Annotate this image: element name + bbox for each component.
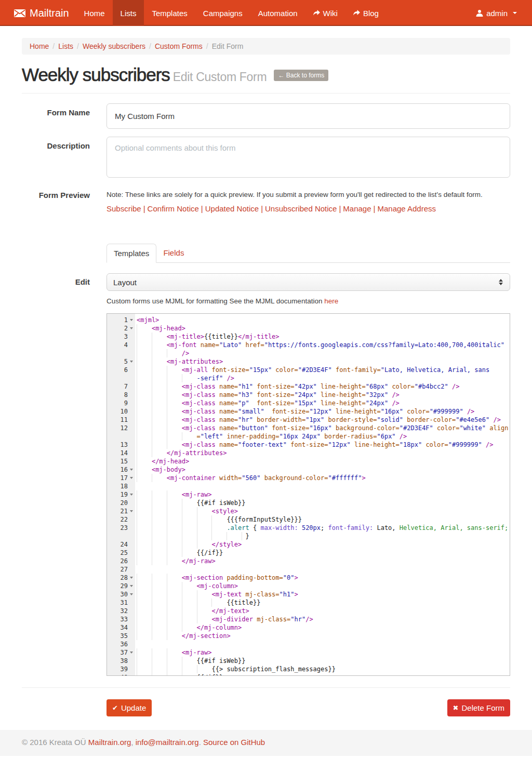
preview-link-subscribe[interactable]: Subscribe [107,204,141,213]
check-icon: ✔ [112,704,118,712]
edit-select[interactable]: Layout [107,273,510,291]
editor-line: /> [107,349,510,357]
divider [22,93,510,94]
page-subtitle: Edit Custom Form [173,70,267,84]
form-name-input[interactable] [107,103,510,129]
preview-link-updated-notice[interactable]: Updated Notice [205,204,259,213]
breadcrumb-home[interactable]: Home [30,42,49,50]
description-textarea[interactable] [107,137,510,178]
back-arrow-icon: ← [278,72,286,79]
mjml-doc-link[interactable]: here [324,297,338,305]
nav-item-lists[interactable]: Lists [113,0,144,26]
footer: © 2016 Kreata OÜ Mailtrain.org, info@mai… [0,730,532,756]
tab-fields[interactable]: Fields [156,244,191,263]
editor-line: 34 </mj-column> [107,623,510,632]
brand[interactable]: Mailtrain [14,0,76,26]
editor-line: 5 <mj-attributes> [107,357,510,366]
nav-item-templates[interactable]: Templates [144,0,195,26]
description-label: Description [22,137,90,179]
editor-line: 16 <mj-body> [107,466,510,474]
nav-item-home[interactable]: Home [76,0,113,26]
code-editor[interactable]: 1<mjml>2 <mj-head>3 <mj-title>{{title}}<… [107,313,510,676]
nav-item-blog[interactable]: Blog [345,0,387,26]
editor-line: 40 {{/if}} [107,673,510,676]
editor-line: 6 <mj-all font-size="15px" color="#2D3E4… [107,366,510,374]
editor-line: 36 [107,640,510,648]
share-arrow-icon [313,10,320,16]
editor-line: 20 {{#if isWeb}} [107,499,510,507]
back-to-forms-button[interactable]: ← Back to forms [274,70,328,81]
tab-templates[interactable]: Templates [107,244,156,263]
footer-link-email[interactable]: info@mailtrain.org [136,738,199,747]
editor-line: 35 </mj-section> [107,632,510,640]
delete-form-button[interactable]: ✖Delete Form [447,699,510,716]
footer-copyright: © 2016 Kreata OÜ [22,738,86,747]
edit-select-value: Layout [113,278,137,287]
user-label: admin [486,9,508,18]
form-preview-label: Form Preview [22,187,90,213]
editor-line: 1<mjml> [107,316,510,324]
editor-line: 25 {{/if}} [107,549,510,557]
preview-link-unsubscribed-notice[interactable]: Unsubscribed Notice [265,204,337,213]
editor-line: 18 [107,482,510,490]
editor-line: 11 <mj-class name="hr" border-width="1px… [107,416,510,424]
caret-down-icon [513,12,517,14]
breadcrumb-lists[interactable]: Lists [58,42,73,50]
preview-link-confirm-notice[interactable]: Confirm Notice [148,204,199,213]
editor-line: 13 <mj-class name="footer-text" font-siz… [107,441,510,449]
mjml-help: Custom forms use MJML for formatting See… [107,297,510,305]
editor-line: 3 <mj-title>{{title}}</mj-title> [107,333,510,341]
editor-line: 22 {{{formInputStyle}}} [107,515,510,524]
editor-line: 15 </mj-head> [107,457,510,466]
editor-line: 19 <mj-raw> [107,490,510,499]
editor-line: 27 [107,565,510,574]
preview-link-manage[interactable]: Manage [343,204,371,213]
breadcrumb-weekly-subscribers[interactable]: Weekly subscribers [83,42,145,50]
editor-line: 12 <mj-class name="button" font-size="16… [107,424,510,432]
editor-line: 26 </mj-raw> [107,557,510,565]
editor-line: 32 </mj-text> [107,607,510,615]
editor-line: 24 </style> [107,540,510,549]
editor-line: 31 {{title}} [107,599,510,607]
editor-line: 23 .alert { max-width: 520px; font-famil… [107,524,510,532]
nav-items: HomeListsTemplatesCampaignsAutomationWik… [76,0,475,26]
editor-line: 8 <mj-class name="h3" font-size="24px" l… [107,391,510,399]
envelope-icon [14,9,25,17]
page-title: Weekly subscribersEdit Custom Form [22,64,267,85]
footer-link-github[interactable]: Source on GitHub [203,738,265,747]
preview-note: Note: These links are solely for a quick… [107,191,510,199]
select-arrows-icon [499,279,503,285]
editor-line: } [107,532,510,540]
nav-item-campaigns[interactable]: Campaigns [195,0,250,26]
editor-line: 38 {{#if isWeb}} [107,657,510,665]
user-icon [476,9,483,17]
breadcrumb: Home/Lists/Weekly subscribers/Custom For… [22,38,510,55]
user-menu[interactable]: admin [475,0,518,26]
breadcrumb-edit-form: Edit Form [212,42,244,50]
editor-line: -serif" /> [107,374,510,382]
editor-line: 17 <mj-container width="560" background-… [107,474,510,482]
x-icon: ✖ [453,704,459,712]
editor-line: 39 {{> subscription_flash_messages}} [107,665,510,673]
editor-line: 21 <style> [107,507,510,515]
editor-line: 33 <mj-divider mj-class="hr"/> [107,615,510,623]
navbar: Mailtrain HomeListsTemplatesCampaignsAut… [0,0,532,26]
breadcrumb-custom-forms[interactable]: Custom Forms [155,42,203,50]
editor-line: 14 </mj-attributes> [107,449,510,457]
nav-item-automation[interactable]: Automation [250,0,305,26]
editor-line: 7 <mj-class name="h1" font-size="42px" l… [107,382,510,391]
editor-line: ="left" inner-padding="16px 24px" border… [107,432,510,441]
footer-link-mailtrain[interactable]: Mailtrain.org [88,738,131,747]
nav-item-wiki[interactable]: Wiki [305,0,345,26]
preview-link-manage-address[interactable]: Manage Address [377,204,436,213]
editor-line: 9 <mj-class name="p" font-size="15px" li… [107,399,510,407]
update-button[interactable]: ✔Update [107,699,152,716]
editor-line: 4 <mj-font name="Lato" href="https://fon… [107,341,510,349]
editor-line: 29 <mj-column> [107,582,510,590]
brand-label: Mailtrain [30,7,69,19]
edit-label: Edit [22,273,90,676]
divider [22,687,510,688]
form-name-label: Form Name [22,103,90,129]
tabs: TemplatesFields [107,244,510,263]
preview-links: Subscribe|Confirm Notice|Updated Notice|… [107,204,510,213]
